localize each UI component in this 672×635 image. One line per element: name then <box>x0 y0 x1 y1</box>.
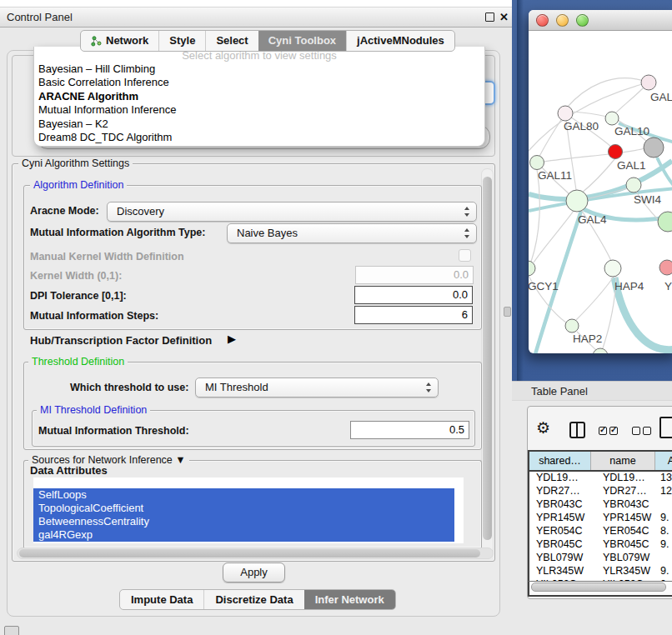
checked-box-icon[interactable] <box>599 427 607 435</box>
network-tree-icon <box>91 36 102 47</box>
network-node-label: Y <box>664 280 672 292</box>
algorithm-option-mutual-information-inference[interactable]: Mutual Information Inference <box>34 103 484 117</box>
attribute-item-gal4rgexp[interactable]: gal4RGexp <box>33 528 454 542</box>
manual-kernel-checkbox <box>459 249 471 262</box>
algorithm-option-aracne-algorithm[interactable]: ARACNE Algorithm <box>34 90 484 103</box>
network-window[interactable]: GALGAL80GAL10GAL1GAL11SWI4GAL4GCY1HAP4YH… <box>529 10 672 353</box>
table-cell: 12 <box>655 485 672 498</box>
splitter-handle[interactable] <box>504 307 511 317</box>
apply-button[interactable]: Apply <box>223 562 285 582</box>
app-root: Control Panel ✕ NetworkStyleSelectCyni T… <box>0 0 672 635</box>
network-node-swi4[interactable] <box>626 178 641 192</box>
network-node-gal[interactable] <box>641 75 656 90</box>
close-traffic-light-icon[interactable] <box>536 14 549 27</box>
network-node-gal10[interactable] <box>605 112 619 125</box>
network-node-gal4[interactable] <box>566 190 588 212</box>
column-header-a[interactable]: A <box>655 452 672 470</box>
table-cell <box>655 552 672 565</box>
node-table: shared…nameA YDL19…YDL19…13YDR27…YDR27…1… <box>528 450 672 584</box>
updown-arrows-icon <box>464 228 470 238</box>
table-panel-title: Table Panel <box>512 381 672 401</box>
table-cell: YER054C <box>529 525 591 538</box>
network-node-hap2[interactable] <box>565 319 579 332</box>
network-node-label: SWI4 <box>634 193 661 206</box>
dpi-tolerance-input[interactable] <box>354 286 473 304</box>
table-row[interactable]: YBR043CYBR043C <box>529 498 672 512</box>
minimize-traffic-light-icon[interactable] <box>556 14 569 27</box>
network-node-gal1[interactable] <box>609 145 623 159</box>
network-canvas[interactable]: GALGAL80GAL10GAL1GAL11SWI4GAL4GCY1HAP4YH… <box>529 31 672 353</box>
table-cell: 9. <box>655 538 672 552</box>
kernel-width-input <box>355 266 474 284</box>
close-icon[interactable]: ✕ <box>499 8 509 26</box>
table-row[interactable]: YBR045CYBR045C9. <box>529 538 672 552</box>
table-cell: YDL19… <box>591 472 655 485</box>
attribute-item-betweennesscentrality[interactable]: BetweennessCentrality <box>33 515 454 528</box>
table-horizontal-scrollbar[interactable] <box>528 581 672 597</box>
tab-network[interactable]: Network <box>81 31 158 51</box>
table-row[interactable]: YDL19…YDL19…13 <box>529 472 672 485</box>
network-node-label: GAL10 <box>614 125 649 138</box>
network-node[interactable] <box>644 138 664 158</box>
split-columns-icon[interactable] <box>569 422 585 438</box>
tab-jactivemnodules[interactable]: jActiveMNodules <box>346 31 454 51</box>
attribute-item-selfloops[interactable]: SelfLoops <box>33 488 454 502</box>
bottom-tab-infer-network[interactable]: Infer Network <box>304 590 395 609</box>
hub-definition-label[interactable]: Hub/Transcription Factor Definition <box>30 334 212 347</box>
unchecked-box-icon[interactable] <box>643 427 651 435</box>
tab-label: Style <box>169 31 195 51</box>
table-cell: YDL19… <box>529 472 591 485</box>
bottom-tab-impute-data[interactable]: Impute Data <box>120 590 203 609</box>
tab-select[interactable]: Select <box>205 31 258 51</box>
table-cell: YDR27… <box>529 485 591 498</box>
mi-threshold-input[interactable] <box>350 421 469 439</box>
unchecked-box-icon[interactable] <box>632 427 640 435</box>
network-node-gal80[interactable] <box>558 106 573 121</box>
algorithm-option-bayesian-hill-climbing[interactable]: Bayesian – Hill Climbing <box>34 62 484 76</box>
settings-horizontal-scrollbar[interactable] <box>17 548 494 559</box>
algorithm-option-dream8-dc-tdc-algorithm[interactable]: Dream8 DC_TDC Algorithm <box>34 131 484 144</box>
attribute-item-topologicalcoefficient[interactable]: TopologicalCoefficient <box>33 502 454 515</box>
zoom-traffic-light-icon[interactable] <box>576 14 589 27</box>
table-row[interactable]: YPR145WYPR145W9. <box>529 512 672 525</box>
tab-label: Select <box>216 31 248 51</box>
aracne-mode-value: Discovery <box>117 205 164 218</box>
table-row[interactable]: YBL079WYBL079W <box>529 552 672 565</box>
mi-steps-label: Mutual Information Steps: <box>30 310 158 322</box>
table-row[interactable]: YDR27…YDR27…12 <box>529 485 672 498</box>
table-row[interactable]: YLR345WYLR345W9. <box>529 565 672 578</box>
algorithm-option-bayesian-k2[interactable]: Bayesian – K2 <box>34 118 484 131</box>
tab-cyni-toolbox[interactable]: Cyni Toolbox <box>258 31 346 51</box>
minimized-panel-icon[interactable] <box>4 626 19 635</box>
network-node-gal11[interactable] <box>530 156 544 170</box>
float-window-icon[interactable] <box>485 12 494 22</box>
checked-box-icon[interactable] <box>609 427 618 435</box>
bottom-tab-discretize-data[interactable]: Discretize Data <box>203 590 303 609</box>
network-node-label: HAP2 <box>573 332 602 345</box>
network-node-gcy1[interactable] <box>529 261 535 276</box>
manual-kernel-label: Manual Kernel Width Definition <box>30 251 184 262</box>
tab-style[interactable]: Style <box>158 31 205 51</box>
data-attributes-list[interactable]: SelfLoopsTopologicalCoefficientBetweenne… <box>33 478 464 543</box>
control-panel-tabs: NetworkStyleSelectCyni ToolboxjActiveMNo… <box>80 30 455 52</box>
table-body: YDL19…YDL19…13YDR27…YDR27…12YBR043CYBR04… <box>529 472 672 582</box>
which-threshold-select[interactable]: MI Threshold <box>195 378 439 398</box>
table-row[interactable]: YER054CYER054C8. <box>529 525 672 538</box>
settings-vertical-scrollbar[interactable] <box>481 168 494 557</box>
network-node[interactable] <box>658 212 672 232</box>
expand-right-icon[interactable]: ▶ <box>228 332 236 345</box>
algorithm-dropdown-list: Select algorithm to view settings Bayesi… <box>33 47 485 147</box>
document-icon[interactable] <box>659 417 672 438</box>
table-cell: YBR043C <box>591 498 655 512</box>
network-node-y[interactable] <box>659 260 672 275</box>
mi-type-select[interactable]: Naive Bayes <box>227 223 477 243</box>
table-cell: YBL079W <box>529 552 591 565</box>
gear-icon[interactable]: ⚙ <box>536 418 550 438</box>
aracne-mode-select[interactable]: Discovery <box>107 202 477 222</box>
column-header-name[interactable]: name <box>591 452 655 470</box>
table-cell <box>655 498 672 512</box>
mi-steps-input[interactable] <box>354 306 473 324</box>
column-header-shared-[interactable]: shared… <box>529 452 591 470</box>
algorithm-option-basic-correlation-inference[interactable]: Basic Correlation Inference <box>34 76 484 89</box>
network-node-hap4[interactable] <box>604 260 621 277</box>
